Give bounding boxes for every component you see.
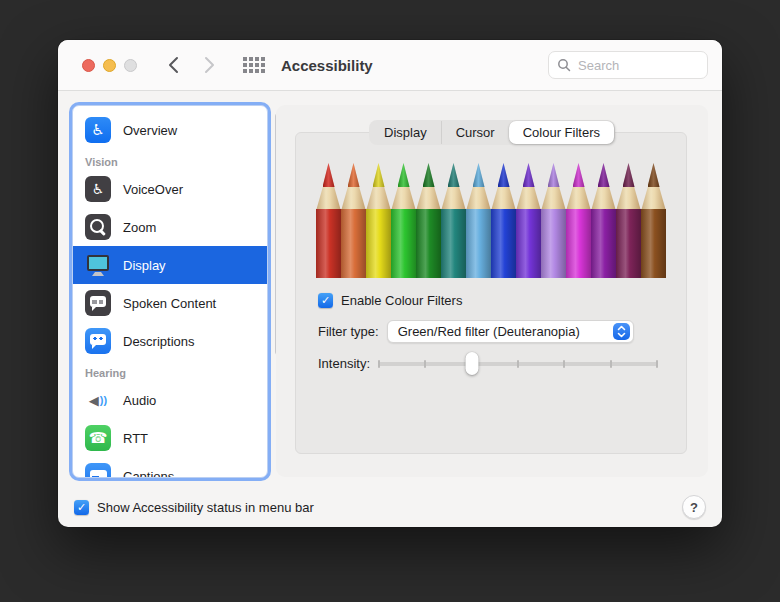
sidebar-item-voiceover[interactable]: VoiceOver bbox=[73, 170, 267, 208]
traffic-lights bbox=[82, 59, 137, 72]
pencil bbox=[566, 163, 591, 278]
forward-button[interactable] bbox=[203, 56, 215, 74]
pencil bbox=[641, 163, 666, 278]
sidebar-section-header: Hearing bbox=[73, 360, 267, 381]
tab-cursor[interactable]: Cursor bbox=[441, 121, 509, 144]
pencil bbox=[391, 163, 416, 278]
sidebar-item-audio[interactable]: Audio bbox=[73, 381, 267, 419]
search-icon bbox=[557, 58, 571, 72]
sidebar: Overview Vision VoiceOver Zoom bbox=[72, 105, 268, 478]
spoken-content-icon bbox=[85, 290, 111, 316]
close-window-button[interactable] bbox=[82, 59, 95, 72]
intensity-label: Intensity: bbox=[318, 356, 370, 371]
zoom-window-button bbox=[124, 59, 137, 72]
pencil bbox=[366, 163, 391, 278]
settings-panel: ✓ Enable Colour Filters Filter type: Gre… bbox=[276, 105, 708, 477]
filter-type-dropdown[interactable]: Green/Red filter (Deuteranopia) bbox=[387, 320, 634, 343]
pencil bbox=[466, 163, 491, 278]
pencil bbox=[491, 163, 516, 278]
sidebar-item-label: Captions bbox=[123, 469, 174, 479]
back-button[interactable] bbox=[167, 56, 179, 74]
pencil bbox=[516, 163, 541, 278]
pencil bbox=[591, 163, 616, 278]
sidebar-item-label: Spoken Content bbox=[123, 296, 216, 311]
dropdown-stepper-icon bbox=[613, 323, 630, 340]
search-field[interactable] bbox=[548, 51, 708, 79]
sidebar-item-rtt[interactable]: RTT bbox=[73, 419, 267, 457]
sidebar-item-label: Overview bbox=[123, 123, 177, 138]
tab-content-groupbox: ✓ Enable Colour Filters Filter type: Gre… bbox=[295, 132, 687, 454]
pencil bbox=[616, 163, 641, 278]
sidebar-item-spoken-content[interactable]: Spoken Content bbox=[73, 284, 267, 322]
sidebar-item-label: Descriptions bbox=[123, 334, 195, 349]
sidebar-item-label: VoiceOver bbox=[123, 182, 183, 197]
show-accessibility-status-checkbox[interactable]: ✓ bbox=[74, 500, 89, 515]
sidebar-item-captions[interactable]: Captions bbox=[73, 457, 267, 478]
coloured-pencils-image bbox=[316, 163, 666, 278]
pencil bbox=[541, 163, 566, 278]
tab-colour-filters[interactable]: Colour Filters bbox=[509, 121, 614, 144]
display-icon bbox=[85, 252, 111, 278]
pencil bbox=[341, 163, 366, 278]
filter-type-label: Filter type: bbox=[318, 324, 379, 339]
overview-icon bbox=[85, 117, 111, 143]
zoom-icon bbox=[85, 214, 111, 240]
help-button[interactable]: ? bbox=[682, 495, 706, 519]
pencil bbox=[441, 163, 466, 278]
sidebar-item-label: Display bbox=[123, 258, 166, 273]
show-accessibility-status-label: Show Accessibility status in menu bar bbox=[97, 500, 314, 515]
minimize-window-button[interactable] bbox=[103, 59, 116, 72]
descriptions-icon bbox=[85, 328, 111, 354]
sidebar-item-label: Zoom bbox=[123, 220, 156, 235]
content-area: Overview Vision VoiceOver Zoom bbox=[58, 91, 722, 487]
audio-icon bbox=[85, 387, 111, 413]
intensity-slider[interactable] bbox=[378, 352, 658, 375]
pencil bbox=[416, 163, 441, 278]
pencil bbox=[316, 163, 341, 278]
sidebar-item-zoom[interactable]: Zoom bbox=[73, 208, 267, 246]
sidebar-item-label: RTT bbox=[123, 431, 148, 446]
filter-type-value: Green/Red filter (Deuteranopia) bbox=[398, 324, 613, 339]
rtt-icon bbox=[85, 425, 111, 451]
view-tabs: Display Cursor Colour Filters bbox=[369, 120, 615, 145]
title-bar: Accessibility bbox=[58, 40, 722, 91]
intensity-slider-thumb[interactable] bbox=[465, 352, 478, 375]
sidebar-item-overview[interactable]: Overview bbox=[73, 111, 267, 149]
sidebar-item-descriptions[interactable]: Descriptions bbox=[73, 322, 267, 360]
voiceover-icon bbox=[85, 176, 111, 202]
sidebar-item-display[interactable]: Display bbox=[73, 246, 267, 284]
footer-bar: ✓ Show Accessibility status in menu bar … bbox=[58, 487, 722, 527]
search-input[interactable] bbox=[576, 57, 699, 74]
page-title: Accessibility bbox=[281, 57, 373, 74]
show-all-preferences-icon[interactable] bbox=[243, 57, 265, 73]
tab-display[interactable]: Display bbox=[370, 121, 441, 144]
enable-colour-filters-checkbox[interactable]: ✓ bbox=[318, 293, 333, 308]
sidebar-section-header: Vision bbox=[73, 149, 267, 170]
accessibility-window: Accessibility Overview Vision bbox=[58, 40, 722, 527]
enable-colour-filters-label: Enable Colour Filters bbox=[341, 293, 462, 308]
sidebar-item-label: Audio bbox=[123, 393, 156, 408]
captions-icon bbox=[85, 463, 111, 478]
